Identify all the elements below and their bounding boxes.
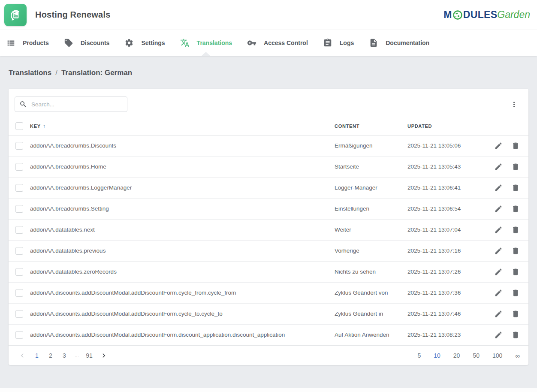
cell-key: addonAA.discounts.addDiscountModal.addDi… bbox=[30, 303, 335, 324]
row-checkbox[interactable] bbox=[15, 205, 23, 213]
page-size-50[interactable]: 50 bbox=[472, 351, 480, 360]
cell-key: addonAA.datatables.next bbox=[30, 219, 335, 240]
prev-page-icon[interactable] bbox=[16, 351, 28, 360]
nav-tab-settings[interactable]: Settings bbox=[124, 30, 165, 56]
page-number-1[interactable]: 1 bbox=[32, 351, 42, 360]
cell-key: addonAA.breadcrumbs.LoggerManager bbox=[30, 177, 335, 198]
row-checkbox[interactable] bbox=[15, 226, 23, 234]
breadcrumb-current: Translation: German bbox=[61, 69, 132, 77]
delete-icon[interactable] bbox=[511, 268, 520, 276]
table-row: addonAA.datatables.previous Vorherige 20… bbox=[9, 240, 528, 261]
search-input[interactable] bbox=[15, 96, 127, 112]
column-header-key[interactable]: KEY↑ bbox=[30, 117, 335, 135]
breadcrumb-separator: / bbox=[55, 69, 57, 77]
page-size-5[interactable]: 5 bbox=[416, 351, 422, 360]
page-number-3[interactable]: 3 bbox=[59, 351, 69, 360]
delete-icon[interactable] bbox=[511, 142, 520, 150]
nav-tab-access-control[interactable]: Access Control bbox=[247, 30, 308, 56]
delete-icon[interactable] bbox=[511, 163, 520, 171]
table-row: addonAA.discounts.addDiscountModal.addDi… bbox=[9, 282, 528, 303]
cell-updated: 2025-11-21 13:07:16 bbox=[407, 240, 489, 261]
edit-icon[interactable] bbox=[494, 247, 503, 255]
module-navbar: Products Discounts Settings Translations… bbox=[0, 30, 537, 56]
cell-updated: 2025-11-21 13:05:43 bbox=[407, 156, 489, 177]
brand-dules: DULES bbox=[463, 9, 497, 21]
cell-updated: 2025-11-21 13:06:41 bbox=[407, 177, 489, 198]
translations-card: KEY↑ CONTENT UPDATED addonAA.breadcrumbs… bbox=[9, 89, 528, 365]
row-checkbox[interactable] bbox=[15, 331, 23, 339]
edit-icon[interactable] bbox=[494, 163, 503, 171]
row-checkbox[interactable] bbox=[15, 247, 23, 255]
select-all-checkbox[interactable] bbox=[15, 122, 23, 130]
row-checkbox[interactable] bbox=[15, 142, 23, 150]
edit-icon[interactable] bbox=[494, 226, 503, 234]
cell-key: addonAA.datatables.previous bbox=[30, 240, 335, 261]
translations-table: KEY↑ CONTENT UPDATED addonAA.breadcrumbs… bbox=[9, 117, 528, 345]
edit-icon[interactable] bbox=[494, 289, 503, 297]
cell-content: Logger-Manager bbox=[335, 177, 407, 198]
nav-tab-label: Access Control bbox=[264, 39, 308, 46]
edit-icon[interactable] bbox=[494, 205, 503, 213]
delete-icon[interactable] bbox=[511, 184, 520, 192]
nav-tab-documentation[interactable]: Documentation bbox=[369, 30, 429, 56]
cell-updated: 2025-11-21 13:05:06 bbox=[407, 135, 489, 156]
row-checkbox[interactable] bbox=[15, 310, 23, 318]
edit-icon[interactable] bbox=[494, 310, 503, 318]
row-checkbox[interactable] bbox=[15, 268, 23, 276]
delete-icon[interactable] bbox=[511, 247, 520, 255]
cell-content: Vorherige bbox=[335, 240, 407, 261]
page-number-2[interactable]: 2 bbox=[45, 351, 56, 360]
page-number-91[interactable]: 91 bbox=[84, 351, 94, 360]
edit-icon[interactable] bbox=[494, 142, 503, 150]
page-size-20[interactable]: 20 bbox=[453, 351, 461, 360]
page-content: Translations / Translation: German KEY↑ bbox=[0, 69, 537, 365]
cell-updated: 2025-11-21 13:06:54 bbox=[407, 198, 489, 219]
cell-updated: 2025-11-21 13:08:23 bbox=[407, 324, 489, 345]
nav-tab-label: Logs bbox=[340, 39, 354, 46]
cell-content: Einstellungen bbox=[335, 198, 407, 219]
table-row: addonAA.breadcrumbs.Discounts Ermäßigung… bbox=[9, 135, 528, 156]
delete-icon[interactable] bbox=[511, 205, 520, 213]
edit-icon[interactable] bbox=[494, 268, 503, 276]
delete-icon[interactable] bbox=[511, 331, 520, 339]
nav-tab-label: Documentation bbox=[386, 39, 429, 46]
next-page-icon[interactable] bbox=[98, 351, 110, 360]
cell-content: Auf Aktion Anwenden bbox=[335, 324, 407, 345]
column-header-content[interactable]: CONTENT bbox=[335, 117, 407, 135]
topbar: Hosting Renewals M DULES Garden bbox=[0, 0, 537, 30]
page-title: Hosting Renewals bbox=[35, 10, 110, 20]
page-size-infinity[interactable]: ∞ bbox=[514, 351, 521, 360]
page-size-100[interactable]: 100 bbox=[492, 351, 503, 360]
row-checkbox[interactable] bbox=[15, 184, 23, 192]
nav-tab-products[interactable]: Products bbox=[6, 30, 49, 56]
gear-icon bbox=[124, 38, 134, 48]
globe-icon bbox=[453, 10, 463, 20]
nav-tab-discounts[interactable]: Discounts bbox=[64, 30, 110, 56]
breadcrumb-root[interactable]: Translations bbox=[9, 69, 51, 77]
nav-tab-label: Products bbox=[23, 39, 49, 46]
delete-icon[interactable] bbox=[511, 310, 520, 318]
table-row: addonAA.breadcrumbs.Home Startseite 2025… bbox=[9, 156, 528, 177]
cell-content: Ermäßigungen bbox=[335, 135, 407, 156]
nav-tab-translations[interactable]: Translations bbox=[180, 30, 232, 56]
translate-icon bbox=[180, 38, 190, 48]
more-options-icon[interactable] bbox=[506, 98, 522, 111]
row-checkbox[interactable] bbox=[15, 163, 23, 171]
page-size-10[interactable]: 10 bbox=[433, 351, 441, 360]
cell-key: addonAA.breadcrumbs.Discounts bbox=[30, 135, 335, 156]
cell-content: Weiter bbox=[335, 219, 407, 240]
edit-icon[interactable] bbox=[494, 184, 503, 192]
brand-garden: Garden bbox=[497, 9, 530, 21]
row-checkbox[interactable] bbox=[15, 289, 23, 297]
table-header-row: KEY↑ CONTENT UPDATED bbox=[9, 117, 528, 135]
edit-icon[interactable] bbox=[494, 331, 503, 339]
column-header-updated[interactable]: UPDATED bbox=[407, 117, 489, 135]
delete-icon[interactable] bbox=[511, 226, 520, 234]
tag-icon bbox=[64, 38, 73, 48]
cell-key: addonAA.breadcrumbs.Setting bbox=[30, 198, 335, 219]
delete-icon[interactable] bbox=[511, 289, 520, 297]
cell-key: addonAA.datatables.zeroRecords bbox=[30, 261, 335, 282]
cell-content: Startseite bbox=[335, 156, 407, 177]
page-ellipsis: ... bbox=[73, 353, 81, 359]
nav-tab-logs[interactable]: Logs bbox=[323, 30, 354, 56]
